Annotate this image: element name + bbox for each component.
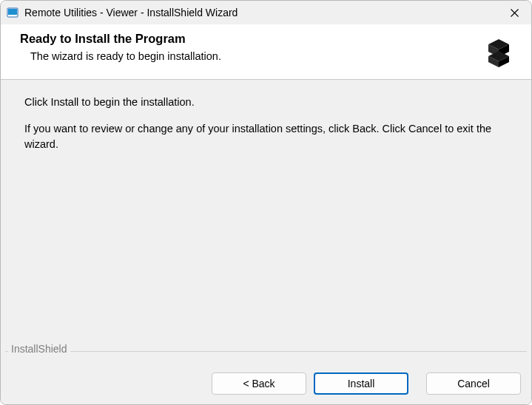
window-title: Remote Utilities - Viewer - InstallShiel… [24,7,497,18]
svg-rect-1 [8,9,17,15]
page-title: Ready to Install the Program [20,32,472,46]
page-subtitle: The wizard is ready to begin installatio… [30,50,472,62]
installer-window: Remote Utilities - Viewer - InstallShiel… [0,0,532,405]
titlebar: Remote Utilities - Viewer - InstallShiel… [1,1,531,24]
wizard-header-text: Ready to Install the Program The wizard … [20,32,472,62]
wizard-body: Click Install to begin the installation.… [1,80,531,363]
brand-frame [5,351,527,363]
cancel-button[interactable]: Cancel [426,372,521,395]
installer-logo-icon [481,33,516,69]
instruction-text-1: Click Install to begin the installation. [24,95,498,109]
close-icon [511,9,519,17]
brand-label: InstallShield [8,342,70,357]
wizard-footer: < Back Install Cancel [1,363,531,404]
close-button[interactable] [497,1,531,24]
install-button[interactable]: Install [314,372,408,395]
wizard-header: Ready to Install the Program The wizard … [1,24,531,80]
back-button[interactable]: < Back [212,372,306,395]
app-icon [7,7,18,18]
instruction-text-2: If you want to review or change any of y… [24,121,498,152]
